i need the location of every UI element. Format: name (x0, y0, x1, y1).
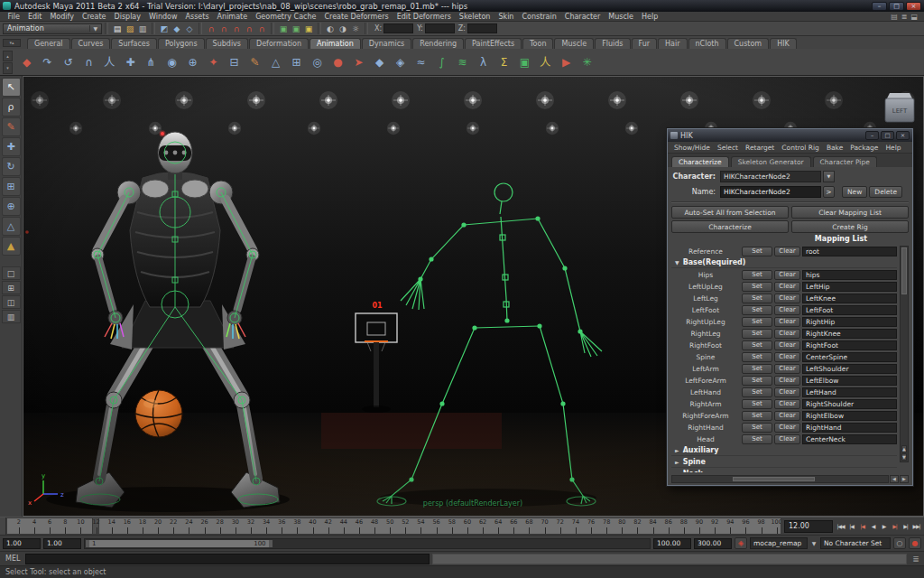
mapped-node-field[interactable]: LeftHand (802, 387, 897, 397)
set-button[interactable]: Set (742, 434, 772, 444)
time-ruler[interactable]: 2468101214161820222426283032343638404244… (6, 517, 781, 535)
bind-skin-icon[interactable]: ✦ (203, 51, 224, 72)
menu-item[interactable]: File (4, 13, 23, 21)
set-button[interactable]: Set (742, 364, 772, 374)
ipr-render-icon[interactable]: ◑ (337, 23, 349, 35)
mirror-joint-icon[interactable]: ⋔ (141, 51, 162, 72)
select-by-hierarchy-icon[interactable]: ◩ (158, 23, 171, 35)
minimize-button[interactable]: – (872, 2, 887, 11)
view-cube[interactable]: LEFT (885, 93, 914, 122)
name-input[interactable]: HIKCharacterNode2 (720, 186, 821, 198)
go-to-end-button[interactable]: ▶▶| (911, 519, 921, 534)
layout-two-pane-button[interactable]: ◫ (2, 295, 21, 309)
playhead[interactable] (92, 518, 99, 534)
shelf-tab[interactable]: Hair (658, 38, 687, 49)
shelf-tab[interactable]: Deformation (249, 38, 309, 49)
show-manipulator-tool[interactable]: ▲ (2, 237, 21, 256)
chevron-down-icon[interactable]: ▼ (810, 537, 818, 549)
select-by-component-icon[interactable]: ◇ (183, 23, 196, 35)
trax-editor-icon[interactable]: λ (473, 51, 494, 72)
range-end-handle[interactable] (269, 540, 273, 547)
snap-to-grids-icon[interactable]: ∩ (205, 23, 217, 35)
scrollbar-thumb[interactable] (901, 247, 907, 294)
clear-button[interactable]: Clear (774, 329, 800, 339)
playback-start-field[interactable]: 1.00 (43, 538, 81, 549)
save-scene-icon[interactable]: ▥ (136, 23, 149, 35)
toggle-tool-settings-icon[interactable]: ≣ (901, 13, 908, 21)
coordinate-input[interactable] (467, 23, 497, 33)
menu-item[interactable]: Constrain (518, 13, 560, 21)
aim-constraint-icon[interactable]: ➤ (348, 51, 369, 72)
set-button[interactable]: Set (742, 423, 772, 433)
collapsed-section-header[interactable]: ► Neck (671, 469, 897, 472)
range-thumb[interactable]: 1 100 (86, 540, 273, 547)
auto-keyframe-icon[interactable]: ● (909, 537, 921, 549)
render-current-frame-icon[interactable]: ◐ (324, 23, 337, 35)
animation-end-field[interactable]: 300.00 (694, 538, 732, 549)
shelf-tab[interactable]: Subdivs (206, 38, 248, 49)
clear-button[interactable]: Clear (774, 364, 800, 374)
input-connections-icon[interactable]: ▣ (277, 23, 290, 35)
cluster-icon[interactable]: ◎ (307, 51, 328, 72)
hik-menu-item[interactable]: Package (846, 144, 882, 152)
shelf-tab[interactable]: Animation (310, 38, 361, 49)
clear-button[interactable]: Clear (774, 282, 800, 292)
set-button[interactable]: Set (742, 294, 772, 303)
paint-weights-icon[interactable]: ✎ (245, 51, 265, 72)
set-button[interactable]: Set (742, 399, 772, 409)
hik-tab[interactable]: Character Pipe (813, 156, 877, 167)
snap-to-curves-icon[interactable]: ∩ (217, 23, 230, 35)
collapsed-section-header[interactable]: ► Spine (671, 457, 897, 468)
create-clip-icon[interactable]: ▣ (514, 51, 535, 72)
shelf-tab[interactable]: Fur (632, 38, 658, 49)
clear-button[interactable]: Clear (774, 270, 800, 280)
characterize-button[interactable]: Characterize (671, 220, 789, 233)
new-button[interactable]: New (842, 186, 867, 198)
clear-button[interactable]: Clear (774, 434, 800, 444)
hik-menu-item[interactable]: Select (714, 144, 742, 152)
character-dropdown[interactable]: HIKCharacterNode2 (720, 171, 821, 182)
select-tool[interactable]: ↖ (2, 78, 21, 97)
play-forwards-button[interactable]: ▶ (879, 519, 889, 534)
motion-path-icon[interactable]: ≈ (411, 51, 431, 72)
go-to-start-button[interactable]: |◀◀ (836, 519, 845, 534)
hik-horizontal-scrollbar[interactable]: ◀ ▶ (671, 475, 909, 483)
set-button[interactable]: Set (742, 282, 772, 292)
expression-icon[interactable]: Σ (494, 51, 514, 72)
menu-item[interactable]: Modify (46, 13, 79, 21)
shelf-tab[interactable]: nCloth (688, 38, 726, 49)
graph-editor-icon[interactable]: ∫ (431, 51, 452, 72)
mapped-node-field[interactable]: RightHip (802, 317, 897, 327)
set-button[interactable]: Set (742, 352, 772, 362)
clear-button[interactable]: Clear (774, 305, 800, 315)
lasso-tool[interactable]: ρ (2, 98, 21, 117)
orient-joint-icon[interactable]: ◉ (162, 51, 182, 72)
mapped-node-field[interactable]: LeftHip (802, 282, 897, 292)
new-scene-icon[interactable]: ▤ (111, 23, 124, 35)
render-settings-icon[interactable]: ☼ (349, 23, 362, 35)
paint-select-tool[interactable]: ✎ (2, 117, 21, 136)
ik-spline-icon[interactable]: ∩ (79, 51, 99, 72)
shelf-scroll-widget[interactable]: ▴▾ (3, 51, 13, 74)
orient-constraint-icon[interactable]: ◆ (369, 51, 390, 72)
menu-item[interactable]: Create (78, 13, 110, 21)
set-button[interactable]: Set (742, 247, 772, 256)
collapsed-section-header[interactable]: ► Auxiliary (671, 445, 897, 456)
clear-button[interactable]: Clear (774, 247, 800, 256)
playblast-icon[interactable]: ▶ (556, 51, 577, 72)
set-button[interactable]: Set (742, 411, 772, 421)
universal-manipulator-tool[interactable]: ⊕ (2, 197, 21, 216)
rotate-tool[interactable]: ↻ (2, 157, 21, 176)
mapped-node-field[interactable]: root (802, 247, 897, 256)
layout-outliner-pane-button[interactable]: ▥ (2, 310, 21, 323)
mapped-node-field[interactable]: CenterNeck (802, 434, 897, 444)
auto-set-all-button[interactable]: Auto-Set All from Selection (671, 206, 789, 219)
snap-to-points-icon[interactable]: ∩ (230, 23, 243, 35)
insert-joint-icon[interactable]: ✚ (120, 51, 141, 72)
set-button[interactable]: Set (742, 376, 772, 386)
hik-title-bar[interactable]: HIK – □ × (668, 129, 912, 142)
character-menu-dropdown[interactable]: mocap_remap (750, 537, 808, 549)
hik-menu-item[interactable]: Control Rig (778, 144, 823, 152)
play-backwards-button[interactable]: ◀ (868, 519, 878, 534)
hik-close-button[interactable]: × (896, 131, 910, 140)
